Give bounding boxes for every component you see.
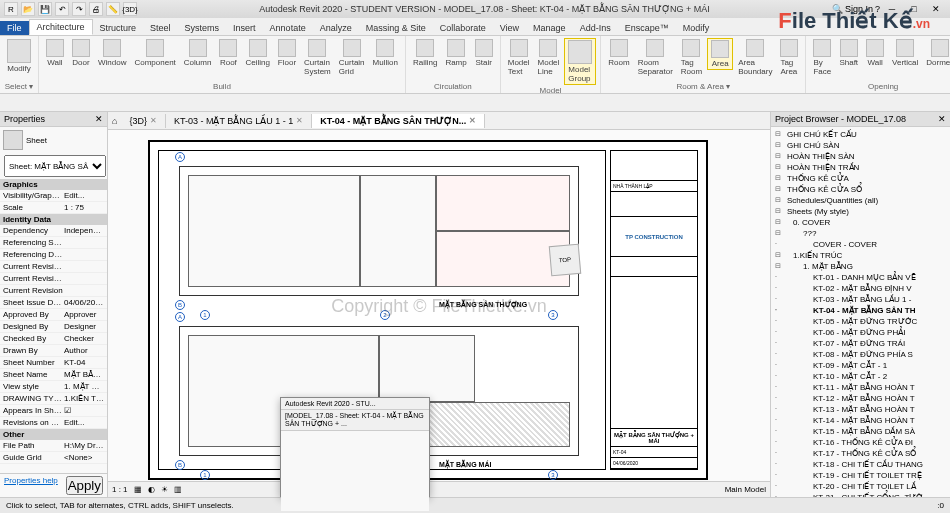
ribbon-dormer-button[interactable]: Dormer	[923, 38, 950, 68]
tree-item[interactable]: HOÀN THIỆN SÀN	[773, 151, 948, 162]
prop-row[interactable]: File PathH:\My Drive\1...	[0, 440, 107, 452]
tree-item[interactable]: KT-06 - MẶT ĐỨNG PHẢI	[773, 327, 948, 338]
ribbon-tagarea-button[interactable]: Tag Area	[777, 38, 801, 77]
properties-type[interactable]: Sheet	[0, 127, 107, 153]
measure-icon[interactable]: 📏	[106, 2, 120, 16]
tree-item[interactable]: KT-04 - MẶT BẰNG SÂN TH	[773, 305, 948, 316]
prop-row[interactable]: Sheet NameMẶT BẰNG SÂN...	[0, 369, 107, 381]
browser-tree[interactable]: GHI CHÚ KẾT CẤUGHI CHÚ SÀNHOÀN THIỆN SÀN…	[771, 127, 950, 497]
ribbon-roof-button[interactable]: Roof	[216, 38, 240, 68]
revit-logo-icon[interactable]: R	[4, 2, 18, 16]
properties-help-link[interactable]: Properties help	[4, 476, 58, 495]
tree-item[interactable]: 0. COVER	[773, 217, 948, 228]
prop-row[interactable]: Visibility/Graphi...Edit...	[0, 190, 107, 202]
tree-item[interactable]: Sheets (My style)	[773, 206, 948, 217]
ribbon-byface-button[interactable]: By Face	[810, 38, 834, 77]
tree-item[interactable]: KT-10 - MẶT CẮT - 2	[773, 371, 948, 382]
tree-item[interactable]: 1.KIẾN TRÚC	[773, 250, 948, 261]
ribbon-component-button[interactable]: Component	[131, 38, 178, 68]
tree-item[interactable]: KT-18 - CHI TIẾT CẦU THANG	[773, 459, 948, 470]
close-tab-icon[interactable]: ✕	[150, 116, 157, 125]
ribbon-tab-steel[interactable]: Steel	[143, 21, 178, 35]
view-tab[interactable]: KT-04 - MẶT BẰNG SÂN THƯỢN...✕	[312, 114, 485, 128]
tree-item[interactable]: KT-07 - MẶT ĐỨNG TRÁI	[773, 338, 948, 349]
prop-row[interactable]: Checked ByChecker	[0, 333, 107, 345]
undo-icon[interactable]: ↶	[55, 2, 69, 16]
ribbon-tagroom-button[interactable]: Tag Room	[678, 38, 705, 77]
ribbon-tab-view[interactable]: View	[493, 21, 526, 35]
drawing-canvas[interactable]: A B 1 2 3 MẶT BẰNG SÂN THƯỢNG A	[108, 130, 770, 481]
tree-item[interactable]: KT-03 - MẶT BẰNG LẦU 1 -	[773, 294, 948, 305]
ribbon-modelgroup-button[interactable]: Model Group	[564, 38, 596, 85]
tree-item[interactable]: GHI CHÚ SÀN	[773, 140, 948, 151]
ribbon-tab-structure[interactable]: Structure	[93, 21, 144, 35]
ribbon-tab-annotate[interactable]: Annotate	[263, 21, 313, 35]
ribbon-stair-button[interactable]: Stair	[472, 38, 496, 68]
ribbon-tab-architecture[interactable]: Architecture	[29, 19, 93, 35]
ribbon-vertical-button[interactable]: Vertical	[889, 38, 921, 68]
tree-item[interactable]: 1. MẶT BẰNG	[773, 261, 948, 272]
tree-item[interactable]: HOÀN THIỆN TRẦN	[773, 162, 948, 173]
ribbon-tab-file[interactable]: File	[0, 21, 29, 35]
ribbon-tab-modify[interactable]: Modify	[676, 21, 717, 35]
prop-section-header[interactable]: Identity Data	[0, 214, 107, 225]
view-tab[interactable]: KT-03 - MẶT BẰNG LẦU 1 - 1✕	[166, 114, 312, 128]
prop-row[interactable]: Appears In Shee...☑	[0, 405, 107, 417]
prop-row[interactable]: Drawn ByAuthor	[0, 345, 107, 357]
ribbon-tab-systems[interactable]: Systems	[178, 21, 227, 35]
view-cube[interactable]: TOP	[549, 244, 582, 277]
prop-row[interactable]: Current Revisio...	[0, 261, 107, 273]
ribbon-modeltext-button[interactable]: Model Text	[505, 38, 533, 77]
ribbon-modify-button[interactable]: Modify	[4, 38, 34, 74]
ribbon-tab-collaborate[interactable]: Collaborate	[433, 21, 493, 35]
ribbon-tab-analyze[interactable]: Analyze	[313, 21, 359, 35]
ribbon-window-button[interactable]: Window	[95, 38, 129, 68]
ribbon-railing-button[interactable]: Railing	[410, 38, 440, 68]
ribbon-area-button[interactable]: Area	[707, 38, 733, 70]
prop-section-header[interactable]: Graphics	[0, 179, 107, 190]
tree-item[interactable]: KT-05 - MẶT ĐỨNG TRƯỚC	[773, 316, 948, 327]
prop-row[interactable]: DRAWING TYPE1.KIẾN TRÚC	[0, 393, 107, 405]
close-icon[interactable]: ✕	[938, 114, 946, 124]
tree-item[interactable]: KT-17 - THỐNG KÊ CỬA SỔ	[773, 448, 948, 459]
sun-path-icon[interactable]: ☀	[161, 485, 168, 494]
tree-item[interactable]: KT-16 - THỐNG KÊ CỬA ĐI	[773, 437, 948, 448]
prop-row[interactable]: Current Revisio...	[0, 273, 107, 285]
apply-button[interactable]: Apply	[66, 476, 103, 495]
view-tab[interactable]: {3D}✕	[121, 114, 166, 128]
crop-icon[interactable]: ▥	[174, 485, 182, 494]
taskbar-preview[interactable]: Autodesk Revit 2020 - STU... [MODEL_17.0…	[280, 397, 430, 497]
ribbon-tab-massingsite[interactable]: Massing & Site	[359, 21, 433, 35]
redo-icon[interactable]: ↷	[72, 2, 86, 16]
close-tab-icon[interactable]: ✕	[469, 116, 476, 125]
ribbon-tab-insert[interactable]: Insert	[226, 21, 263, 35]
tree-item[interactable]: THỐNG KÊ CỬA SỔ	[773, 184, 948, 195]
ribbon-floor-button[interactable]: Floor	[275, 38, 299, 68]
tree-item[interactable]: COVER - COVER	[773, 239, 948, 250]
close-tab-icon[interactable]: ✕	[296, 116, 303, 125]
prop-section-header[interactable]: Other	[0, 429, 107, 440]
ribbon-curtaingrid-button[interactable]: Curtain Grid	[336, 38, 368, 77]
ribbon-tab-manage[interactable]: Manage	[526, 21, 573, 35]
tree-item[interactable]: GHI CHÚ KẾT CẤU	[773, 129, 948, 140]
tree-item[interactable]: KT-13 - MẶT BẰNG HOÀN T	[773, 404, 948, 415]
scale-indicator[interactable]: 1 : 1	[112, 485, 128, 494]
ribbon-room-button[interactable]: Room	[605, 38, 632, 68]
ribbon-door-button[interactable]: Door	[69, 38, 93, 68]
ribbon-tab-addins[interactable]: Add-Ins	[573, 21, 618, 35]
tree-item[interactable]: KT-15 - MẶT BẰNG DẦM SÀ	[773, 426, 948, 437]
ribbon-shaft-button[interactable]: Shaft	[836, 38, 861, 68]
prop-row[interactable]: Approved ByApprover	[0, 309, 107, 321]
prop-row[interactable]: Guide Grid<None>	[0, 452, 107, 464]
ribbon-modelline-button[interactable]: Model Line	[535, 38, 563, 77]
prop-row[interactable]: Current Revision	[0, 285, 107, 297]
prop-row[interactable]: Referencing Det...	[0, 249, 107, 261]
tree-item[interactable]: KT-08 - MẶT ĐỨNG PHÍA S	[773, 349, 948, 360]
tree-item[interactable]: THỐNG KÊ CỬA	[773, 173, 948, 184]
close-icon[interactable]: ✕	[95, 114, 103, 124]
tree-item[interactable]: KT-21 - CHI TIẾT CỔNG, TƯỜ	[773, 492, 948, 497]
ribbon-areaboundary-button[interactable]: Area Boundary	[735, 38, 775, 77]
prop-row[interactable]: DependencyIndependent	[0, 225, 107, 237]
title-block[interactable]: NHÀ THÀNH LẬP TP CONSTRUCTION MẶT BẰNG S…	[610, 150, 698, 470]
prop-row[interactable]: Revisions on Sh...Edit...	[0, 417, 107, 429]
